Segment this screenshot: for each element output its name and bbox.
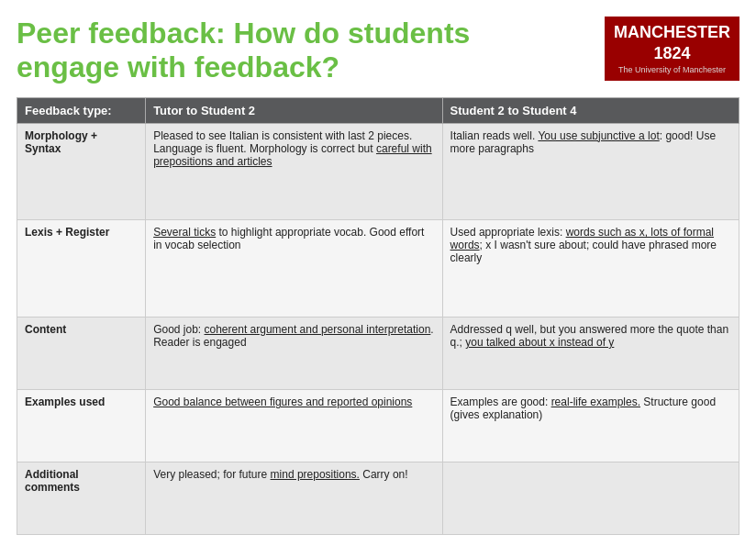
table-row: Morphology +Syntax Pleased to see Italia… [17, 123, 739, 220]
logo-name: MANCHESTER [614, 22, 730, 43]
row-type: Lexis + Register [17, 220, 146, 318]
underlined-text: You use subjunctive a lot [538, 129, 659, 142]
col-header-student: Student 2 to Student 4 [442, 97, 739, 123]
table-header-row: Feedback type: Tutor to Student 2 Studen… [17, 97, 739, 123]
table-row: Lexis + Register Several ticks to highli… [17, 220, 739, 318]
col-header-type: Feedback type: [17, 97, 146, 123]
row-student: Addressed q well, but you answered more … [442, 318, 739, 390]
underlined-text: Good balance between figures and reporte… [153, 396, 412, 408]
university-logo: MANCHESTER 1824 The University of Manche… [605, 17, 739, 81]
row-tutor: Very pleased; for future mind prepositio… [146, 462, 442, 535]
table-row: Content Good job: coherent argument and … [17, 318, 739, 390]
row-tutor: Good balance between figures and reporte… [146, 390, 442, 462]
header: Peer feedback: How do students engage wi… [17, 17, 739, 84]
table-row: Examples used Good balance between figur… [17, 390, 739, 462]
page-title: Peer feedback: How do students engage wi… [17, 17, 470, 84]
underlined-text: real-life examples. [551, 396, 640, 408]
logo-subtitle: The University of Manchester [614, 65, 730, 76]
row-tutor: Several ticks to highlight appropriate v… [146, 220, 442, 318]
row-student [442, 462, 739, 535]
row-tutor: Good job: coherent argument and personal… [146, 318, 442, 390]
row-student: Examples are good: real-life examples. S… [442, 390, 739, 462]
row-type: Content [17, 318, 146, 390]
logo-year: 1824 [614, 43, 730, 64]
col-header-tutor: Tutor to Student 2 [146, 97, 442, 123]
underlined-text: you talked about x instead of y [465, 336, 614, 349]
row-type: Examples used [17, 390, 146, 462]
row-student: Italian reads well. You use subjunctive … [442, 123, 739, 220]
row-type: Additionalcomments [17, 462, 146, 535]
feedback-table: Feedback type: Tutor to Student 2 Studen… [17, 97, 739, 535]
underlined-text: Several ticks [153, 226, 216, 239]
row-student: Used appropriate lexis: words such as x,… [442, 220, 739, 318]
table-row: Additionalcomments Very pleased; for fut… [17, 462, 739, 535]
underlined-text: mind prepositions. [271, 468, 360, 481]
row-tutor: Pleased to see Italian is consistent wit… [146, 123, 442, 220]
row-type: Morphology +Syntax [17, 123, 146, 220]
title-line1: Peer feedback: How do students [17, 17, 470, 50]
underlined-text: words such as x, lots of formal words [450, 226, 714, 251]
underlined-text: careful with prepositions and articles [153, 142, 432, 168]
page: Peer feedback: How do students engage wi… [0, 0, 756, 546]
title-line2: engage with feedback? [17, 50, 339, 84]
underlined-text: coherent argument and personal interpret… [205, 323, 431, 336]
